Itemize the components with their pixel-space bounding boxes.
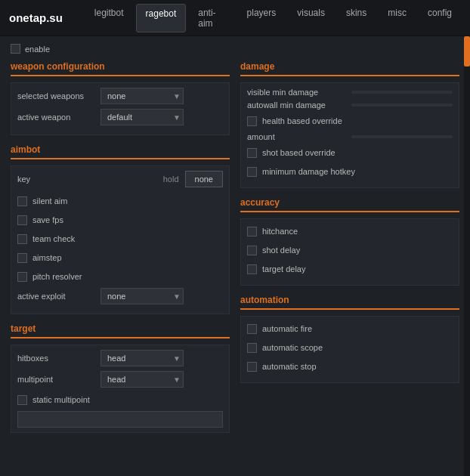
selected-weapons-label: selected weapons bbox=[17, 91, 100, 100]
accuracy-title: accuracy bbox=[240, 197, 459, 208]
static-multipoint-checkbox[interactable] bbox=[17, 395, 27, 405]
nav-misc[interactable]: misc bbox=[379, 4, 416, 32]
accuracy-divider bbox=[240, 211, 459, 212]
automation-divider bbox=[240, 308, 459, 310]
damage-section: damage visible min damage autowall min d… bbox=[240, 61, 459, 188]
hitboxes-select[interactable]: head bbox=[100, 350, 184, 366]
pitch-resolver-checkbox[interactable] bbox=[17, 272, 27, 282]
selected-weapons-wrap: none ▼ bbox=[100, 88, 184, 104]
multipoint-row: multipoint head ▼ bbox=[17, 371, 223, 388]
key-button[interactable]: none bbox=[185, 171, 223, 187]
enable-checkbox[interactable] bbox=[11, 44, 20, 54]
nav-antiaim[interactable]: anti-aim bbox=[189, 4, 234, 32]
shot-based-override-checkbox[interactable] bbox=[247, 148, 257, 158]
target-delay-label: target delay bbox=[262, 264, 305, 274]
aimstep-row: aimstep bbox=[17, 250, 223, 265]
automatic-scope-checkbox[interactable] bbox=[247, 343, 257, 353]
minimum-damage-hotkey-row: minimum damage hotkey bbox=[247, 164, 453, 179]
weapon-config-title: weapon configuration bbox=[11, 61, 230, 72]
multipoint-wrap: head ▼ bbox=[100, 371, 184, 388]
active-exploit-select[interactable]: none bbox=[100, 288, 184, 304]
aimstep-checkbox[interactable] bbox=[17, 253, 27, 263]
save-fps-checkbox[interactable] bbox=[17, 215, 27, 225]
active-weapon-label: active weapon bbox=[17, 113, 100, 122]
static-multipoint-label: static multipoint bbox=[32, 395, 90, 404]
nav-visuals[interactable]: visuals bbox=[288, 4, 334, 32]
hitchance-row: hitchance bbox=[247, 224, 453, 239]
team-check-row: team check bbox=[17, 231, 223, 246]
scrollbar-track[interactable] bbox=[464, 36, 470, 476]
shot-based-override-label: shot based override bbox=[262, 148, 335, 157]
left-column: weapon configuration selected weapons no… bbox=[11, 61, 230, 468]
pitch-resolver-label: pitch resolver bbox=[32, 272, 82, 281]
content-area: enable weapon configuration selected wea… bbox=[0, 36, 470, 476]
nav-ragebot[interactable]: ragebot bbox=[136, 4, 187, 32]
active-weapon-select[interactable]: default bbox=[100, 109, 184, 125]
damage-title: damage bbox=[240, 61, 459, 72]
shot-delay-checkbox[interactable] bbox=[247, 246, 257, 255]
main-columns: weapon configuration selected weapons no… bbox=[11, 61, 459, 468]
amount-row: amount bbox=[247, 132, 453, 141]
hitboxes-label: hitboxes bbox=[17, 354, 100, 363]
hitchance-checkbox[interactable] bbox=[247, 227, 257, 236]
shot-delay-label: shot delay bbox=[262, 246, 300, 255]
health-based-override-row: health based override bbox=[247, 113, 453, 128]
key-label: key bbox=[17, 175, 157, 184]
accuracy-section: accuracy hitchance shot delay target del… bbox=[240, 197, 459, 286]
automatic-fire-label: automatic fire bbox=[262, 324, 312, 333]
nav-players[interactable]: players bbox=[238, 4, 286, 32]
amount-slider[interactable] bbox=[351, 135, 453, 138]
active-exploit-label: active exploit bbox=[17, 292, 100, 301]
automation-section: automation automatic fire automatic scop… bbox=[240, 295, 459, 383]
target-section: target hitboxes head ▼ multipoint bbox=[11, 323, 230, 433]
weapon-config-divider bbox=[11, 75, 230, 76]
autowall-min-damage-slider[interactable] bbox=[351, 104, 453, 107]
minimum-damage-hotkey-checkbox[interactable] bbox=[247, 167, 257, 177]
active-exploit-row: active exploit none ▼ bbox=[17, 288, 223, 304]
automatic-fire-row: automatic fire bbox=[247, 321, 453, 336]
automation-body: automatic fire automatic scope automatic… bbox=[240, 316, 459, 383]
multipoint-select[interactable]: head bbox=[100, 371, 184, 388]
selected-weapons-row: selected weapons none ▼ bbox=[17, 88, 223, 104]
automatic-fire-checkbox[interactable] bbox=[247, 324, 257, 334]
save-fps-row: save fps bbox=[17, 212, 223, 227]
health-based-override-checkbox[interactable] bbox=[247, 116, 257, 126]
enable-label: enable bbox=[25, 45, 50, 54]
active-weapon-row: active weapon default ▼ bbox=[17, 109, 223, 125]
hold-label: hold bbox=[163, 175, 179, 184]
damage-divider bbox=[240, 75, 459, 76]
aimbot-section: aimbot key hold none silent aim save fps bbox=[11, 144, 230, 314]
amount-label: amount bbox=[247, 132, 345, 141]
multipoint-label: multipoint bbox=[17, 375, 100, 384]
hitboxes-row: hitboxes head ▼ bbox=[17, 350, 223, 366]
autowall-min-damage-label: autowall min damage bbox=[247, 100, 345, 110]
active-weapon-wrap: default ▼ bbox=[100, 109, 184, 125]
target-divider bbox=[11, 337, 230, 338]
minimum-damage-hotkey-label: minimum damage hotkey bbox=[262, 167, 355, 176]
shot-delay-row: shot delay bbox=[247, 243, 453, 258]
static-multipoint-row: static multipoint bbox=[17, 392, 223, 407]
visible-min-damage-slider[interactable] bbox=[351, 91, 453, 94]
silent-aim-checkbox[interactable] bbox=[17, 196, 27, 206]
nav-skins[interactable]: skins bbox=[337, 4, 376, 32]
visible-min-damage-row: visible min damage bbox=[247, 88, 453, 97]
automatic-scope-row: automatic scope bbox=[247, 340, 453, 355]
selected-weapons-select[interactable]: none bbox=[100, 88, 184, 104]
accuracy-body: hitchance shot delay target delay bbox=[240, 218, 459, 286]
weapon-config-section: weapon configuration selected weapons no… bbox=[11, 61, 230, 135]
nav-legitbot[interactable]: legitbot bbox=[85, 4, 133, 32]
enable-row: enable bbox=[11, 44, 459, 54]
target-delay-checkbox[interactable] bbox=[247, 264, 257, 274]
automatic-stop-row: automatic stop bbox=[247, 359, 453, 374]
target-delay-row: target delay bbox=[247, 261, 453, 277]
silent-aim-row: silent aim bbox=[17, 193, 223, 209]
team-check-checkbox[interactable] bbox=[17, 234, 27, 244]
scrollbar-thumb[interactable] bbox=[464, 36, 470, 66]
nav-config[interactable]: config bbox=[419, 4, 461, 32]
automatic-scope-label: automatic scope bbox=[262, 343, 323, 352]
automatic-stop-checkbox[interactable] bbox=[247, 362, 257, 372]
nav-items: legitbot ragebot anti-aim players visual… bbox=[85, 4, 461, 32]
right-column: damage visible min damage autowall min d… bbox=[240, 61, 459, 468]
silent-aim-label: silent aim bbox=[32, 196, 67, 206]
target-body: hitboxes head ▼ multipoint head bbox=[11, 345, 230, 433]
